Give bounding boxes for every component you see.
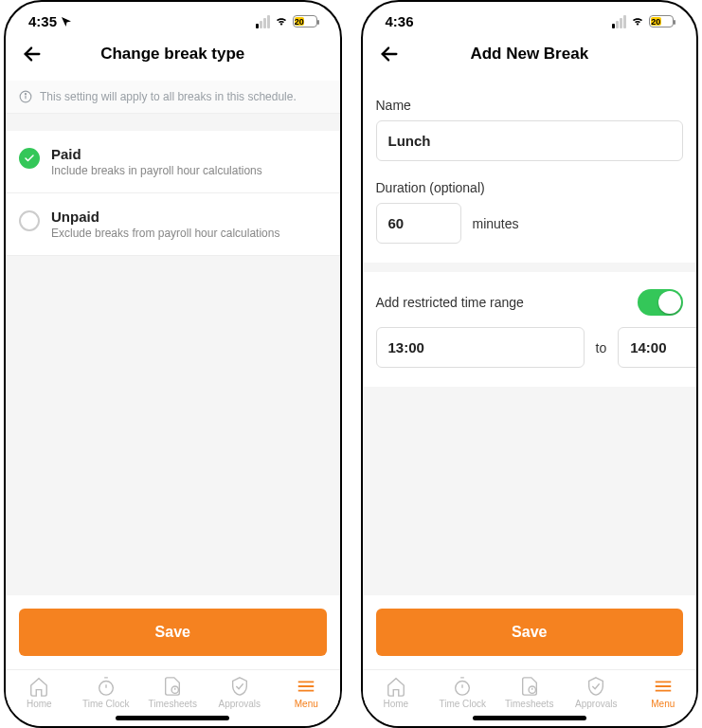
shield-check-icon — [585, 676, 606, 697]
wifi-icon — [274, 16, 289, 27]
tab-approvals-label: Approvals — [219, 699, 261, 709]
stopwatch-icon — [452, 676, 473, 697]
info-text: This setting will apply to all breaks in… — [40, 90, 297, 103]
save-button[interactable]: Save — [376, 609, 684, 656]
tab-menu-label: Menu — [651, 699, 675, 709]
cellular-icon — [612, 15, 626, 28]
cellular-icon — [256, 15, 270, 28]
option-paid-desc: Include breaks in payroll hour calculati… — [51, 164, 262, 177]
home-icon — [386, 676, 406, 697]
status-bar: 4:36 20 — [363, 2, 697, 33]
status-time: 4:35 — [28, 13, 57, 29]
svg-point-13 — [456, 682, 470, 696]
tab-approvals-label: Approvals — [575, 699, 617, 709]
time-range-row: to — [363, 327, 697, 387]
name-input[interactable] — [376, 120, 684, 161]
option-unpaid-label: Unpaid — [51, 209, 279, 225]
restricted-switch[interactable] — [638, 289, 683, 316]
tab-home[interactable]: Home — [10, 676, 67, 709]
location-icon — [61, 16, 72, 27]
time-to-input[interactable] — [618, 327, 696, 368]
timesheet-icon — [162, 676, 183, 697]
duration-input[interactable] — [376, 203, 461, 244]
phone-right: 4:36 20 Add New Break Name Duration (opt… — [361, 0, 699, 728]
home-indicator — [473, 716, 586, 720]
menu-icon — [296, 676, 316, 697]
page-title: Change break type — [45, 45, 327, 64]
tab-menu[interactable]: Menu — [635, 676, 692, 709]
page-title: Add New Break — [403, 45, 684, 64]
info-banner: This setting will apply to all breaks in… — [6, 81, 340, 114]
home-icon — [28, 676, 49, 697]
tab-approvals[interactable]: Approvals — [567, 676, 624, 709]
tab-menu[interactable]: Menu — [278, 676, 334, 709]
back-arrow-icon — [22, 44, 43, 64]
option-paid[interactable]: Paid Include breaks in payroll hour calc… — [6, 131, 340, 193]
duration-label: Duration (optional) — [376, 180, 684, 195]
save-area: Save — [6, 595, 340, 669]
tab-timeclock[interactable]: Time Clock — [78, 676, 135, 709]
phone-left: 4:35 20 Change break type This setting w… — [4, 0, 342, 728]
home-indicator — [116, 716, 229, 720]
option-unpaid-desc: Exclude breaks from payroll hour calcula… — [51, 227, 279, 240]
info-icon — [19, 90, 32, 103]
menu-icon — [653, 676, 674, 697]
wifi-icon — [630, 16, 645, 27]
svg-point-4 — [99, 682, 113, 696]
option-paid-label: Paid — [51, 146, 262, 162]
tab-home[interactable]: Home — [368, 676, 424, 709]
timesheet-icon — [519, 676, 540, 697]
save-area: Save — [363, 595, 697, 669]
tab-home-label: Home — [27, 699, 52, 709]
save-button[interactable]: Save — [19, 609, 327, 656]
tab-timesheets[interactable]: Timesheets — [144, 676, 201, 709]
tab-approvals[interactable]: Approvals — [211, 676, 268, 709]
shield-check-icon — [229, 676, 250, 697]
to-label: to — [596, 340, 607, 355]
tab-menu-label: Menu — [295, 699, 318, 709]
restricted-label: Add restricted time range — [376, 295, 524, 310]
name-section: Name — [363, 81, 697, 180]
tab-timeclock-label: Time Clock — [439, 699, 486, 709]
name-label: Name — [376, 98, 684, 113]
duration-section: Duration (optional) minutes — [363, 180, 697, 263]
svg-point-3 — [25, 94, 26, 95]
stopwatch-icon — [96, 676, 117, 697]
battery-icon: 20 — [649, 15, 674, 27]
back-arrow-icon — [379, 44, 400, 64]
radio-unpaid[interactable] — [19, 210, 40, 231]
radio-paid[interactable] — [19, 148, 40, 169]
duration-unit: minutes — [473, 216, 519, 231]
content-area: Name Duration (optional) minutes Add res… — [363, 81, 697, 595]
tab-timesheets[interactable]: Timesheets — [501, 676, 558, 709]
tab-timeclock-label: Time Clock — [82, 699, 130, 709]
content-area: Paid Include breaks in payroll hour calc… — [6, 114, 340, 595]
battery-icon: 20 — [293, 15, 317, 27]
restricted-toggle-row: Add restricted time range — [363, 272, 697, 327]
status-time: 4:36 — [386, 13, 414, 29]
nav-header: Add New Break — [363, 33, 697, 81]
back-button[interactable] — [19, 41, 45, 67]
tab-timesheets-label: Timesheets — [505, 699, 553, 709]
switch-knob — [658, 291, 681, 314]
status-bar: 4:35 20 — [6, 2, 340, 33]
option-unpaid[interactable]: Unpaid Exclude breaks from payroll hour … — [6, 193, 340, 256]
tab-timesheets-label: Timesheets — [149, 699, 197, 709]
time-from-input[interactable] — [376, 327, 585, 368]
nav-header: Change break type — [6, 33, 340, 81]
tab-timeclock[interactable]: Time Clock — [434, 676, 491, 709]
tab-home-label: Home — [383, 699, 408, 709]
back-button[interactable] — [376, 41, 403, 67]
